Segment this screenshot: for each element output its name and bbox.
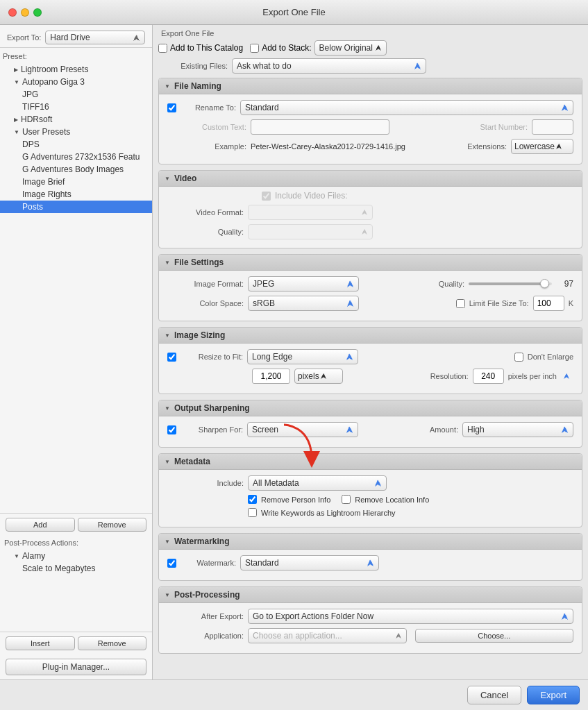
remove-preset-button[interactable]: Remove bbox=[78, 518, 147, 532]
existing-files-select[interactable]: Ask what to do ⮝ bbox=[232, 58, 426, 74]
item-label: Lightroom Presets bbox=[21, 65, 88, 74]
image-format-select[interactable]: JPEG ⮝ bbox=[248, 276, 359, 291]
file-naming-section: ▼ File Naming Rename To: Standard ⮝ bbox=[158, 78, 582, 164]
sharpen-for-checkbox[interactable] bbox=[167, 425, 176, 434]
watermark-select[interactable]: Standard ⮝ bbox=[240, 555, 379, 570]
minimize-button[interactable] bbox=[21, 8, 29, 17]
add-preset-button[interactable]: Add bbox=[6, 518, 75, 532]
post-processing-header[interactable]: ▼ Post-Processing bbox=[159, 587, 582, 603]
sidebar-item-image-brief[interactable]: Image Brief bbox=[0, 176, 152, 188]
sidebar-item-user-presets[interactable]: ▼ User Presets bbox=[0, 126, 152, 138]
sidebar-item-scale-to-megabytes[interactable]: Scale to Megabytes bbox=[0, 562, 152, 575]
video-header[interactable]: ▼ Video bbox=[159, 171, 582, 187]
pixels-unit-select[interactable]: pixels ⮝ bbox=[294, 369, 343, 384]
remove-person-checkbox[interactable] bbox=[248, 495, 257, 504]
insert-button[interactable]: Insert bbox=[6, 636, 75, 650]
color-space-row: Color Space: sRGB ⮝ Limit File Size To: … bbox=[167, 296, 573, 311]
file-settings-header[interactable]: ▼ File Settings bbox=[159, 255, 582, 271]
existing-files-value: Ask what to do bbox=[237, 61, 411, 71]
amount-label: Amount: bbox=[430, 425, 458, 434]
traffic-lights[interactable] bbox=[8, 8, 42, 17]
sharpen-for-select[interactable]: Screen ⮝ bbox=[247, 422, 358, 437]
dont-enlarge-label: Don't Enlarge bbox=[528, 353, 573, 361]
limit-file-size-checkbox[interactable] bbox=[456, 299, 465, 308]
resize-to-fit-select[interactable]: Long Edge ⮝ bbox=[247, 349, 358, 364]
video-quality-row: Quality: ⮝ bbox=[167, 224, 573, 239]
dont-enlarge-checkbox[interactable] bbox=[514, 353, 523, 362]
custom-text-input[interactable] bbox=[251, 119, 389, 135]
add-catalog-checkbox[interactable] bbox=[158, 44, 167, 53]
color-space-select[interactable]: sRGB ⮝ bbox=[248, 296, 359, 311]
example-label: Example: bbox=[191, 142, 246, 151]
left-panel: Export To: Hard Drive ⮝ Preset: ▶ Lightr… bbox=[0, 25, 153, 679]
output-sharpening-header[interactable]: ▼ Output Sharpening bbox=[159, 400, 582, 416]
rename-to-value: Standard bbox=[245, 103, 558, 112]
include-select[interactable]: All Metadata ⮝ bbox=[248, 475, 387, 491]
rename-to-checkbox[interactable] bbox=[167, 103, 176, 112]
write-keywords-checkbox[interactable] bbox=[248, 508, 257, 517]
add-stack-checkbox[interactable] bbox=[250, 44, 259, 53]
start-number-input[interactable] bbox=[532, 119, 573, 135]
post-processing-title: Post-Processing bbox=[174, 590, 240, 600]
slider-thumb bbox=[540, 279, 549, 288]
color-space-value: sRGB bbox=[253, 298, 344, 308]
resolution-unit-select[interactable]: ⮝ bbox=[561, 369, 573, 384]
watermarking-body: Watermark: Standard ⮝ bbox=[159, 550, 582, 580]
close-button[interactable] bbox=[8, 8, 17, 17]
file-settings-section: ▼ File Settings Image Format: JPEG ⮝ Qua… bbox=[158, 254, 582, 321]
watermarking-triangle-icon: ▼ bbox=[165, 539, 170, 545]
cancel-button[interactable]: Cancel bbox=[467, 686, 521, 704]
after-export-row: After Export: Go to Export Actions Folde… bbox=[167, 609, 573, 624]
video-format-row: Video Format: ⮝ bbox=[167, 205, 573, 220]
sidebar-item-jpg[interactable]: JPG bbox=[0, 88, 152, 101]
image-sizing-header[interactable]: ▼ Image Sizing bbox=[159, 328, 582, 344]
sidebar-item-g-adventures-2732[interactable]: G Adventures 2732x1536 Featu bbox=[0, 151, 152, 163]
sidebar-item-hdrsoft[interactable]: ▶ HDRsoft bbox=[0, 113, 152, 126]
application-select[interactable]: Choose an application... ⮝ bbox=[248, 628, 407, 643]
extensions-select[interactable]: Lowercase ⮝ bbox=[511, 139, 573, 154]
quality-slider[interactable] bbox=[469, 282, 552, 285]
limit-file-size-unit: K bbox=[569, 299, 573, 307]
sidebar-item-alamy[interactable]: ▼ Alamy bbox=[0, 550, 152, 562]
include-label: Include: bbox=[167, 479, 244, 487]
sidebar-item-autopano[interactable]: ▼ Autopano Giga 3 bbox=[0, 76, 152, 88]
stack-value: Below Original bbox=[319, 43, 373, 53]
export-to-select[interactable]: Hard Drive ⮝ bbox=[45, 31, 145, 44]
plugin-manager-button[interactable]: Plug-in Manager... bbox=[6, 659, 146, 675]
watermarking-section: ▼ Watermarking Watermark: Standard ⮝ bbox=[158, 533, 582, 581]
choose-button[interactable]: Choose... bbox=[415, 629, 574, 643]
video-format-select[interactable]: ⮝ bbox=[248, 205, 373, 220]
preset-label: Preset: bbox=[0, 48, 152, 62]
maximize-button[interactable] bbox=[33, 8, 42, 17]
metadata-title: Metadata bbox=[174, 457, 210, 466]
video-quality-select[interactable]: ⮝ bbox=[248, 224, 373, 239]
include-video-checkbox[interactable] bbox=[262, 192, 271, 201]
output-sharpening-body: Sharpen For: Screen ⮝ Amount: High ⮝ bbox=[159, 416, 582, 447]
amount-select[interactable]: High ⮝ bbox=[462, 422, 573, 437]
sidebar-item-tiff16[interactable]: TIFF16 bbox=[0, 101, 152, 113]
watermarking-header[interactable]: ▼ Watermarking bbox=[159, 534, 582, 550]
sidebar-item-g-adventures-body[interactable]: G Adventures Body Images bbox=[0, 163, 152, 176]
metadata-header[interactable]: ▼ Metadata bbox=[159, 454, 582, 470]
remove-action-button[interactable]: Remove bbox=[78, 636, 147, 650]
export-to-row: Export To: Hard Drive ⮝ bbox=[7, 31, 145, 44]
sidebar-item-lightroom-presets[interactable]: ▶ Lightroom Presets bbox=[0, 63, 152, 76]
video-triangle-icon: ▼ bbox=[165, 176, 170, 182]
export-button[interactable]: Export bbox=[527, 686, 580, 704]
pixels-input[interactable] bbox=[252, 369, 290, 384]
watermark-checkbox[interactable] bbox=[167, 559, 176, 568]
rename-to-select[interactable]: Standard ⮝ bbox=[240, 100, 573, 115]
output-sharpening-section: ▼ Output Sharpening Sharpen For: Screen … bbox=[158, 400, 582, 448]
sidebar-item-dps[interactable]: DPS bbox=[0, 138, 152, 151]
sharpen-for-label: Sharpen For: bbox=[180, 425, 243, 434]
resize-to-fit-label: Resize to Fit: bbox=[180, 353, 243, 361]
remove-location-checkbox[interactable] bbox=[342, 495, 351, 504]
sidebar-item-posts[interactable]: Posts bbox=[0, 201, 152, 213]
resolution-input[interactable] bbox=[473, 369, 504, 384]
limit-file-size-input[interactable] bbox=[533, 296, 564, 311]
after-export-select[interactable]: Go to Export Actions Folder Now ⮝ bbox=[248, 609, 573, 624]
resize-to-fit-checkbox[interactable] bbox=[167, 353, 176, 362]
stack-select[interactable]: Below Original ⮝ bbox=[314, 40, 387, 56]
file-naming-header[interactable]: ▼ File Naming bbox=[159, 78, 582, 94]
sidebar-item-image-rights[interactable]: Image Rights bbox=[0, 188, 152, 201]
